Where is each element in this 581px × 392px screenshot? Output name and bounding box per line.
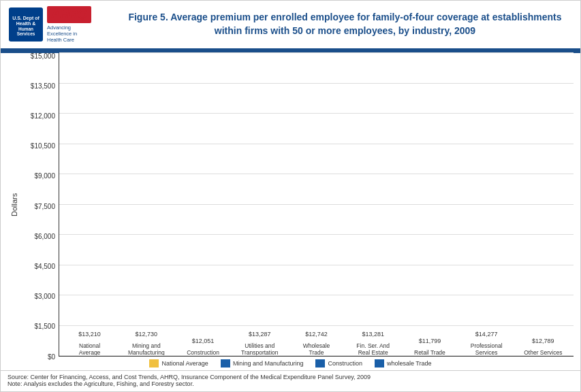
legend-color-box: [375, 359, 384, 368]
grid-line: [59, 113, 574, 114]
grid-line: [59, 204, 574, 205]
chart-inner: $0$1,500$3,000$4,500$6,000$7,500$9,000$1…: [21, 53, 574, 357]
bar-value: $12,730: [127, 331, 165, 338]
bar-group: $12,730Mining andManufacturing: [119, 340, 173, 356]
bar-value: $14,277: [468, 331, 505, 338]
grid-line: [59, 144, 574, 144]
header: U.S. Dept of Health & Human Services AHR…: [1, 1, 580, 50]
legend-label: National Average: [161, 360, 208, 367]
bar-value: $13,210: [71, 331, 108, 338]
bar-label: WholesaleTrade: [303, 342, 330, 356]
grid-line: [59, 295, 574, 295]
svg-text:Services: Services: [17, 31, 35, 36]
y-axis-ticks: $0$1,500$3,000$4,500$6,000$7,500$9,000$1…: [21, 53, 59, 357]
bar-value: $12,789: [524, 338, 562, 344]
chart-area: Dollars $0$1,500$3,000$4,500$6,000$7,500…: [7, 53, 574, 357]
legend-item: National Average: [149, 359, 208, 368]
y-axis-label: Dollars: [7, 53, 21, 357]
bar-value: $12,742: [298, 331, 335, 338]
grid-line: [59, 52, 574, 53]
legend-color-box: [221, 359, 230, 368]
page-container: U.S. Dept of Health & Human Services AHR…: [0, 0, 581, 392]
legend-label: wholesale Trade: [387, 360, 432, 367]
chart-container: Dollars $0$1,500$3,000$4,500$6,000$7,500…: [1, 53, 580, 369]
legend-color-box: [149, 359, 159, 368]
source-text: Source: Center for Financing, Access, an…: [7, 374, 574, 380]
ahrq-logo: AHRQ Advancing Excellence in Health Care: [47, 6, 91, 43]
svg-text:Human: Human: [18, 27, 33, 31]
grid-line: [59, 265, 574, 265]
legend-area: National AverageMining and Manufacturing…: [7, 357, 574, 369]
bar-group: $13,210NationalAverage: [63, 340, 116, 356]
ahrq-sub: Advancing Excellence in Health Care: [47, 24, 77, 43]
bar-label: NationalAverage: [79, 342, 101, 356]
bar-label: ProfessionalServices: [471, 342, 503, 356]
bar-label: Mining andManufacturing: [128, 342, 165, 356]
bar-group: $14,277ProfessionalServices: [460, 340, 514, 356]
hhs-logo: U.S. Dept of Health & Human Services: [9, 7, 43, 42]
legend-label: Mining and Manufacturing: [233, 360, 304, 367]
grid-line: [59, 83, 574, 84]
bar-label: Fin. Ser. AndReal Estate: [356, 342, 390, 356]
gridlines-bars: $0$1,500$3,000$4,500$6,000$7,500$9,000$1…: [21, 53, 574, 357]
note-text: Note: Analysis excludes the Agriculture,…: [7, 380, 574, 387]
svg-text:U.S. Dept of: U.S. Dept of: [12, 16, 40, 21]
grid-line: [59, 355, 574, 356]
ahrq-text: AHRQ: [51, 7, 87, 21]
bar-value: $13,281: [354, 331, 392, 338]
bar-value: $12,051: [185, 338, 222, 344]
grid-line: [59, 234, 574, 235]
bars-wrapper: $13,210NationalAverage$12,730Mining andM…: [59, 53, 574, 356]
logo-area: U.S. Dept of Health & Human Services AHR…: [9, 6, 118, 43]
footer: Source: Center for Financing, Access, an…: [1, 370, 580, 391]
grid-line: [59, 325, 574, 326]
svg-text:Health &: Health &: [16, 21, 35, 26]
bar-value: $13,287: [241, 331, 279, 338]
bar-label: Utilities andTransportation: [241, 342, 279, 356]
legend-item: wholesale Trade: [375, 359, 432, 368]
legend-item: Mining and Manufacturing: [221, 359, 304, 368]
legend-item: Construction: [315, 359, 362, 368]
chart-title: Figure 5. Average premium per enrolled e…: [118, 11, 572, 37]
grid-line: [59, 174, 574, 174]
bar-group: $13,281Fin. Ser. AndReal Estate: [346, 340, 400, 356]
bar-value: $11,799: [411, 338, 448, 344]
bar-group: $13,287Utilities andTransportation: [233, 340, 287, 356]
legend-color-box: [315, 359, 325, 368]
bars-area: $13,210NationalAverage$12,730Mining andM…: [59, 53, 574, 357]
bar-group: $12,742WholesaleTrade: [289, 340, 343, 356]
legend-label: Construction: [328, 360, 362, 367]
